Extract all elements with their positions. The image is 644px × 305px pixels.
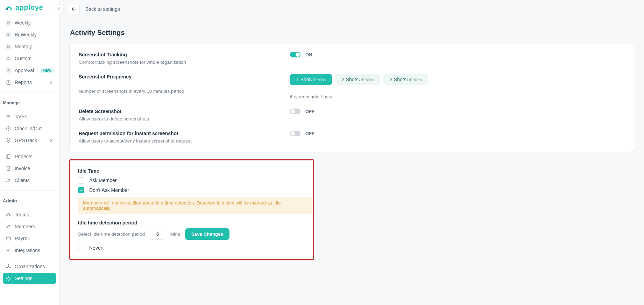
sidebar-item-weekly[interactable]: W Weekly: [3, 17, 56, 28]
freq-main: 1 Shot: [296, 77, 310, 82]
toggle-state-label: OFF: [305, 109, 314, 114]
brand-logo-icon: [5, 4, 13, 12]
check-icon: [79, 188, 83, 192]
sidebar-item-custom[interactable]: C Custom: [3, 53, 56, 64]
toggle-state-label: ON: [305, 52, 312, 57]
svg-point-20: [8, 265, 9, 266]
arrow-left-icon: [71, 6, 77, 12]
svg-point-0: [6, 8, 8, 10]
sidebar-item-integrations[interactable]: Integrations: [3, 245, 56, 256]
org-icon: [6, 264, 11, 269]
svg-point-18: [9, 225, 10, 226]
instant-permission-toggle[interactable]: [290, 131, 300, 136]
delete-screenshot-toggle[interactable]: [290, 109, 300, 114]
sidebar-item-label: Organizations: [15, 264, 54, 269]
idle-time-title: Idle Time: [78, 168, 305, 174]
new-badge: NEW: [41, 68, 54, 73]
sidebar-item-members[interactable]: Members: [3, 221, 56, 232]
sidebar-item-projects[interactable]: Projects: [3, 151, 56, 162]
sidebar-item-payroll[interactable]: Payroll: [3, 233, 56, 244]
ask-member-checkbox[interactable]: [78, 177, 84, 183]
page-title: Activity Settings: [70, 29, 634, 37]
freq-option-2-shots[interactable]: 2 Shots /10 Mins: [335, 74, 380, 85]
sidebar-collapse-button[interactable]: [55, 4, 64, 13]
idle-period-sub: Select idle time detection period: [78, 231, 145, 237]
save-changes-button[interactable]: Save Changes: [185, 228, 229, 240]
sidebar-item-label: Custom: [15, 56, 54, 61]
sidebar-item-label: Weekly: [15, 20, 54, 26]
svg-rect-9: [7, 155, 10, 159]
sidebar-item-invoice[interactable]: $ Invoice: [3, 163, 56, 174]
svg-point-15: [7, 213, 8, 214]
sidebar-item-monthly[interactable]: M Monthly: [3, 41, 56, 52]
freq-option-1-shot[interactable]: 1 Shot /10 Mins: [290, 74, 332, 85]
brand-name: apploye: [15, 4, 43, 12]
weekly-icon: W: [6, 20, 11, 26]
sidebar-item-tasks[interactable]: Tasks: [3, 111, 56, 122]
sidebar-item-label: Tasks: [15, 114, 54, 119]
screenshot-tracking-sub: Control tracking screenshots for whole o…: [79, 60, 290, 65]
sidebar-item-organizations[interactable]: Organizations: [3, 261, 56, 272]
chevron-right-icon: [49, 80, 54, 85]
sidebar-item-label: Members: [15, 224, 54, 229]
never-label: Never: [89, 245, 102, 251]
screenshot-tracking-toggle[interactable]: [290, 52, 300, 57]
never-checkbox[interactable]: [78, 245, 84, 251]
monthly-icon: M: [6, 44, 11, 49]
integrations-icon: [6, 248, 11, 253]
freq-sub: /10 Mins: [407, 78, 422, 82]
ask-member-label: Ask Member: [89, 178, 117, 183]
dont-ask-member-checkbox[interactable]: [78, 187, 84, 193]
svg-rect-19: [6, 237, 10, 240]
topbar: Back to settings: [59, 0, 644, 18]
sidebar-item-label: Monthly: [15, 44, 54, 49]
back-button[interactable]: [68, 4, 80, 14]
gps-icon: [6, 138, 11, 143]
freq-hint: 6 screenshots / hour: [290, 94, 333, 99]
sidebar-item-label: Reports: [15, 79, 45, 85]
sidebar-item-biweekly[interactable]: B Bi-Weekly: [3, 29, 56, 40]
biweekly-icon: B: [6, 32, 11, 37]
freq-main: 3 Shots: [390, 77, 406, 82]
sidebar-item-label: Projects: [15, 154, 54, 159]
teams-icon: [6, 212, 11, 217]
instant-permission-title: Request permission for instant screensho…: [79, 131, 290, 136]
approval-icon: A: [6, 68, 11, 73]
idle-period-title: Idle time detection period: [78, 220, 305, 226]
sidebar-item-reports[interactable]: Reports: [3, 77, 56, 88]
svg-text:$: $: [8, 167, 9, 169]
sidebar-item-teams[interactable]: Teams: [3, 209, 56, 220]
projects-icon: [6, 154, 11, 159]
members-icon: [6, 224, 11, 229]
sidebar-item-label: Bi-Weekly: [15, 32, 54, 37]
sidebar-item-label: Clients: [15, 178, 54, 183]
idle-notice: Members will not be notified about idle …: [78, 197, 312, 214]
toggle-state-label: OFF: [305, 131, 314, 136]
sidebar-item-settings[interactable]: Settings: [3, 273, 56, 284]
freq-main: 2 Shots: [342, 77, 358, 82]
freq-sub: /10 Mins: [311, 78, 326, 82]
sidebar-item-label: Payroll: [15, 236, 54, 241]
reports-icon: [6, 79, 11, 85]
sidebar-item-label: Teams: [15, 212, 54, 217]
svg-point-23: [8, 278, 9, 279]
dont-ask-member-label: Don't Ask Member: [89, 187, 129, 193]
sidebar-item-gps[interactable]: GPSTrack: [3, 135, 56, 146]
section-admin: Admin: [0, 195, 59, 206]
svg-point-8: [8, 139, 9, 140]
section-manage: Manage: [0, 97, 59, 108]
screenshot-frequency-sub: Number of screenshots in every 10 minute…: [79, 89, 290, 94]
custom-icon: C: [6, 56, 11, 61]
sidebar-item-approval[interactable]: A Approval NEW: [3, 65, 56, 76]
sidebar-item-clock[interactable]: Clock In/Out: [3, 123, 56, 134]
freq-option-3-shots[interactable]: 3 Shots /10 Mins: [383, 74, 428, 85]
brand[interactable]: apploye: [0, 0, 59, 16]
payroll-icon: [6, 236, 11, 241]
sidebar-item-label: Approval: [15, 68, 38, 73]
sidebar-item-clients[interactable]: Clients: [3, 175, 56, 186]
tasks-icon: [6, 114, 11, 119]
screenshot-frequency-title: Screenshot Frequency: [79, 74, 290, 79]
gear-icon: [6, 276, 11, 281]
back-label: Back to settings: [85, 6, 120, 12]
idle-minutes-input[interactable]: [150, 229, 165, 240]
